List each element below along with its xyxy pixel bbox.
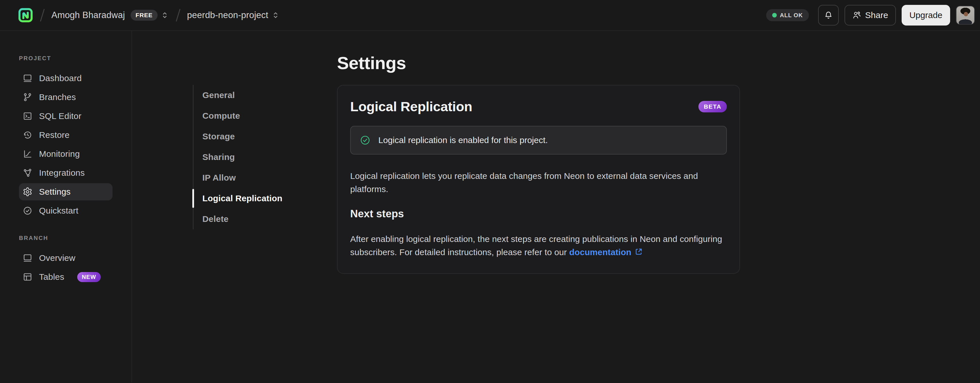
settings-nav-label: Delete <box>202 214 229 224</box>
breadcrumb-slash <box>40 9 45 22</box>
next-steps-text-before-link: After enabling logical replication, the … <box>350 234 722 257</box>
card-description: Logical replication lets you replicate d… <box>350 169 727 196</box>
new-badge: NEW <box>77 272 101 282</box>
documentation-link[interactable]: documentation <box>569 247 631 257</box>
sidebar-item-label: Integrations <box>39 168 85 178</box>
sidebar-item-integrations[interactable]: Integrations <box>19 164 113 182</box>
sidebar-item-label: Tables <box>39 272 64 282</box>
integrations-icon <box>23 168 32 178</box>
sidebar-item-branches[interactable]: Branches <box>19 89 113 106</box>
settings-nav-ip-allow[interactable]: IP Allow <box>194 168 308 188</box>
card-title: Logical Replication <box>350 99 472 114</box>
sidebar-item-tables[interactable]: Tables NEW <box>19 268 113 285</box>
page-title: Settings <box>337 53 406 73</box>
settings-nav-general[interactable]: General <box>194 85 308 106</box>
share-button[interactable]: Share <box>845 5 896 25</box>
settings-nav-compute[interactable]: Compute <box>194 106 308 126</box>
monitoring-icon <box>23 149 32 159</box>
status-dot-icon <box>772 13 777 17</box>
sidebar-item-label: Restore <box>39 130 70 140</box>
quickstart-icon <box>23 206 32 215</box>
sidebar-item-sql-editor[interactable]: SQL Editor <box>19 108 113 125</box>
plan-badge: FREE <box>130 10 157 21</box>
card-header: Logical Replication BETA <box>350 99 727 114</box>
dashboard-icon <box>23 73 32 83</box>
sidebar-section-branch: BRANCH <box>19 235 132 241</box>
notifications-button[interactable] <box>818 5 839 25</box>
sidebar-item-label: Branches <box>39 92 76 102</box>
settings-nav-delete[interactable]: Delete <box>194 209 308 229</box>
user-avatar[interactable] <box>956 6 975 25</box>
sidebar-item-dashboard[interactable]: Dashboard <box>19 70 113 87</box>
settings-nav-storage[interactable]: Storage <box>194 126 308 147</box>
topbar: Amogh Bharadwaj FREE peerdb-neon-project… <box>0 0 980 31</box>
project-switcher-caret-icon[interactable] <box>271 11 280 19</box>
sidebar-item-label: SQL Editor <box>39 111 81 121</box>
sidebar-item-monitoring[interactable]: Monitoring <box>19 146 113 163</box>
bell-icon <box>824 10 833 20</box>
beta-badge: BETA <box>698 101 727 112</box>
system-status-pill[interactable]: ALL OK <box>766 9 809 21</box>
upgrade-button[interactable]: Upgrade <box>902 5 950 25</box>
settings-nav-logical-replication[interactable]: Logical Replication <box>194 188 308 209</box>
success-alert-text: Logical replication is enabled for this … <box>378 135 548 145</box>
share-label: Share <box>865 10 888 20</box>
sql-editor-icon <box>23 111 32 121</box>
next-steps-text: After enabling logical replication, the … <box>350 233 727 259</box>
sidebar-item-restore[interactable]: Restore <box>19 127 113 144</box>
settings-nav-label: Compute <box>202 111 240 121</box>
tables-icon <box>23 272 32 282</box>
settings-nav: General Compute Storage Sharing IP Allow… <box>193 85 308 229</box>
neon-logo-icon[interactable] <box>18 8 33 23</box>
sidebar: PROJECT Dashboard Branches SQL Editor Re… <box>0 31 132 382</box>
sidebar-item-label: Monitoring <box>39 149 80 159</box>
breadcrumb-org-name[interactable]: Amogh Bharadwaj <box>51 10 125 21</box>
settings-nav-label: Storage <box>202 131 235 141</box>
settings-nav-sharing[interactable]: Sharing <box>194 147 308 168</box>
users-icon <box>852 11 861 20</box>
org-switcher-caret-icon[interactable] <box>161 11 169 19</box>
sidebar-item-label: Settings <box>39 187 71 197</box>
sidebar-item-overview[interactable]: Overview <box>19 249 113 267</box>
overview-icon <box>23 253 32 263</box>
main-content: Settings General Compute Storage Sharing… <box>132 31 980 382</box>
sidebar-section-project: PROJECT <box>19 55 132 62</box>
success-alert: Logical replication is enabled for this … <box>350 126 727 155</box>
sidebar-item-quickstart[interactable]: Quickstart <box>19 202 113 219</box>
next-steps-title: Next steps <box>350 208 727 220</box>
sidebar-item-label: Quickstart <box>39 206 78 215</box>
settings-nav-label: Logical Replication <box>202 193 282 203</box>
status-text: ALL OK <box>780 12 803 19</box>
restore-icon <box>23 130 32 140</box>
settings-nav-label: IP Allow <box>202 173 236 183</box>
check-circle-icon <box>360 135 371 146</box>
settings-nav-label: Sharing <box>202 152 235 162</box>
breadcrumb-slash <box>176 9 180 22</box>
settings-nav-label: General <box>202 90 235 100</box>
topbar-actions: ALL OK Share Upgrade <box>766 5 975 25</box>
settings-icon <box>23 187 32 197</box>
external-link-icon <box>634 247 643 256</box>
sidebar-item-settings[interactable]: Settings <box>19 183 113 200</box>
sidebar-item-label: Overview <box>39 253 75 263</box>
logical-replication-card: Logical Replication BETA Logical replica… <box>337 85 740 274</box>
breadcrumb-project-name[interactable]: peerdb-neon-project <box>187 10 268 21</box>
sidebar-item-label: Dashboard <box>39 73 82 83</box>
branches-icon <box>23 92 32 102</box>
